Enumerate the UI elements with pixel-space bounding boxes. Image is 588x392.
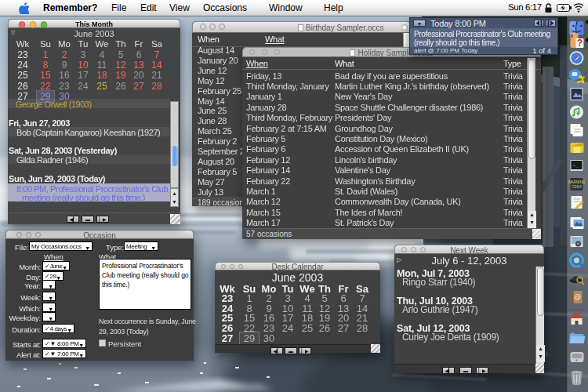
svg-text:>_: >_ <box>573 163 579 169</box>
svg-text:@: @ <box>574 293 581 301</box>
svg-text:7/26/4: 7/26/4 <box>572 185 582 189</box>
svg-text:WARNING: WARNING <box>568 180 586 184</box>
svg-text:?: ? <box>577 38 583 49</box>
